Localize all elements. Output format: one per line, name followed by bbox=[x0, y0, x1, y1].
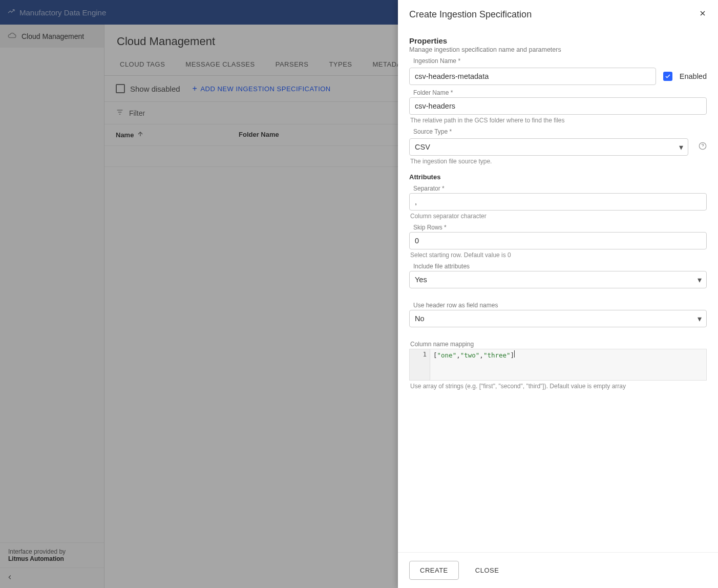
text-cursor bbox=[514, 350, 515, 358]
include-attrs-select[interactable] bbox=[409, 271, 707, 288]
properties-title: Properties bbox=[409, 36, 707, 45]
separator-label: Separator * bbox=[413, 185, 707, 192]
skiprows-input[interactable] bbox=[409, 232, 707, 249]
column-mapping-editor[interactable]: 1 ["one","two","three"] bbox=[409, 349, 707, 381]
create-button[interactable]: CREATE bbox=[409, 561, 459, 580]
skiprows-helper: Select starting row. Default value is 0 bbox=[410, 251, 707, 259]
enabled-checkbox[interactable] bbox=[663, 72, 672, 81]
skiprows-label: Skip Rows * bbox=[413, 224, 707, 231]
properties-subtitle: Manage ingestion specification name and … bbox=[409, 46, 707, 53]
editor-content[interactable]: ["one","two","three"] bbox=[430, 349, 706, 380]
close-button[interactable]: CLOSE bbox=[467, 561, 508, 579]
separator-helper: Column separator character bbox=[410, 213, 707, 220]
folder-name-helper: The relative path in the GCS folder wher… bbox=[410, 117, 707, 124]
separator-input[interactable] bbox=[409, 193, 707, 211]
drawer-header: Create Ingestion Specification bbox=[398, 0, 718, 26]
source-type-select[interactable] bbox=[409, 138, 688, 156]
header-row-select[interactable] bbox=[409, 310, 707, 327]
help-icon[interactable] bbox=[699, 142, 707, 152]
ingestion-name-label: Ingestion Name * bbox=[413, 57, 707, 65]
colmap-helper: Use array of strings (e.g. ["first", "se… bbox=[410, 383, 707, 390]
include-attrs-label: Include file attributes bbox=[413, 263, 707, 270]
drawer-title: Create Ingestion Specification bbox=[409, 9, 532, 20]
header-row-label: Use header row as field names bbox=[413, 302, 707, 309]
editor-gutter: 1 bbox=[410, 349, 430, 380]
colmap-label: Column name mapping bbox=[410, 341, 707, 348]
source-type-label: Source Type * bbox=[413, 128, 707, 135]
folder-name-input[interactable] bbox=[409, 97, 707, 115]
folder-name-label: Folder Name * bbox=[413, 89, 707, 96]
close-icon[interactable] bbox=[699, 9, 707, 20]
source-type-helper: The ingestion file source type. bbox=[410, 158, 707, 165]
ingestion-name-input[interactable] bbox=[409, 68, 656, 85]
attributes-title: Attributes bbox=[409, 173, 707, 181]
create-ingestion-drawer: Create Ingestion Specification Propertie… bbox=[398, 0, 718, 588]
enabled-label: Enabled bbox=[680, 72, 707, 80]
drawer-body: Properties Manage ingestion specificatio… bbox=[398, 26, 718, 552]
drawer-footer: CREATE CLOSE bbox=[398, 552, 718, 588]
